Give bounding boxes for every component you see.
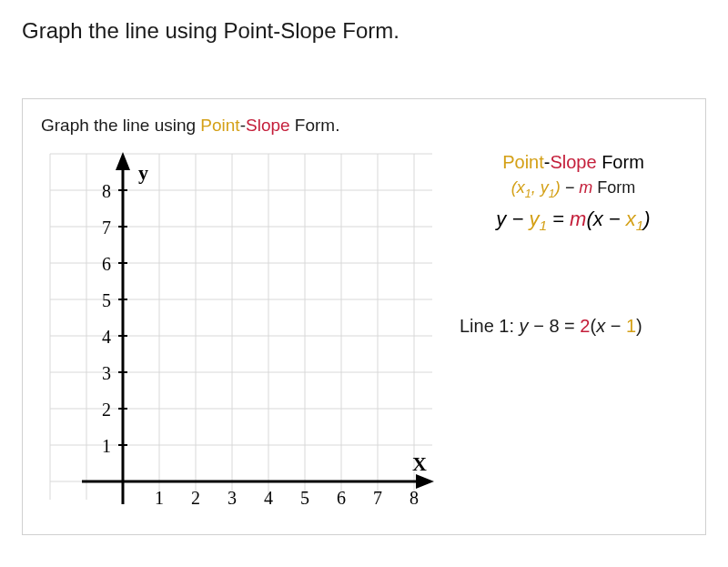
y-axis-arrow [116, 152, 130, 170]
formula-equation: y − y1 = m(x − x1) [460, 208, 687, 234]
y-tick-6: 6 [102, 254, 111, 274]
graph-container: y X 8 7 6 5 [41, 145, 441, 527]
coordinate-grid: y X 8 7 6 5 [41, 145, 441, 518]
line1-equals: = [560, 316, 581, 336]
content-row: y X 8 7 6 5 [41, 145, 687, 527]
page-title: Graph the line using Point-Slope Form. [22, 18, 706, 44]
x-tick-8: 8 [410, 488, 419, 508]
eq-m: m [570, 208, 586, 230]
formula-title-slope: Slope [550, 152, 596, 172]
line1-paren-close: ) [636, 316, 642, 336]
line1-slope: 2 [580, 316, 590, 336]
y-tick-1: 1 [102, 436, 111, 456]
x-axis-label: X [412, 452, 427, 475]
eq-paren-close: ) [643, 208, 650, 230]
formula-container: Point-Slope Form (x1, y1) − m Form y − y… [460, 145, 687, 527]
x-tick-1: 1 [155, 488, 164, 508]
y-tick-7: 7 [102, 218, 111, 238]
box-title-prefix: Graph the line using [41, 116, 200, 135]
line1-y: y [520, 316, 529, 336]
eq-y1: y1 [529, 208, 547, 230]
x-tick-6: 6 [337, 488, 346, 508]
box-title-suffix: Form. [290, 116, 340, 135]
y-tick-2: 2 [102, 400, 111, 420]
eq-y: y − [496, 208, 529, 230]
formula-sub-form: Form [592, 178, 635, 197]
line1-y1val: 8 [549, 316, 559, 336]
line1-paren-open: (x − [590, 316, 625, 336]
x-axis-arrow [416, 474, 434, 489]
x-tick-4: 4 [264, 488, 273, 508]
line1-equation: Line 1: y − 8 = 2(x − 1) [460, 316, 687, 337]
box-title-slope: Slope [246, 116, 290, 135]
content-box: Graph the line using Point-Slope Form. [22, 98, 706, 535]
eq-x1: x1 [626, 208, 644, 230]
y-axis-label: y [138, 161, 148, 184]
box-title: Graph the line using Point-Slope Form. [41, 116, 687, 136]
x-tick-5: 5 [300, 488, 309, 508]
formula-title-point: Point [502, 152, 544, 172]
y-tick-3: 3 [102, 363, 111, 383]
line1-label: Line 1: [460, 316, 520, 336]
y-tick-5: 5 [102, 290, 111, 310]
eq-equals: = [547, 208, 570, 230]
box-title-point: Point [200, 116, 239, 135]
x-tick-3: 3 [228, 488, 237, 508]
formula-sub-dash: − [561, 178, 580, 197]
x-tick-7: 7 [373, 488, 382, 508]
y-tick-8: 8 [102, 181, 111, 201]
line1-minus1: − [529, 316, 550, 336]
eq-paren-open: (x − [586, 208, 625, 230]
y-tick-4: 4 [102, 327, 111, 347]
formula-sub-slope: m [579, 178, 592, 197]
formula-sub-point: (x1, y1) [511, 178, 561, 197]
x-tick-2: 2 [191, 488, 200, 508]
line1-x1val: 1 [626, 316, 636, 336]
formula-title-form: Form [597, 152, 644, 172]
formula-title: Point-Slope Form [460, 152, 687, 173]
formula-subtitle: (x1, y1) − m Form [460, 178, 687, 200]
